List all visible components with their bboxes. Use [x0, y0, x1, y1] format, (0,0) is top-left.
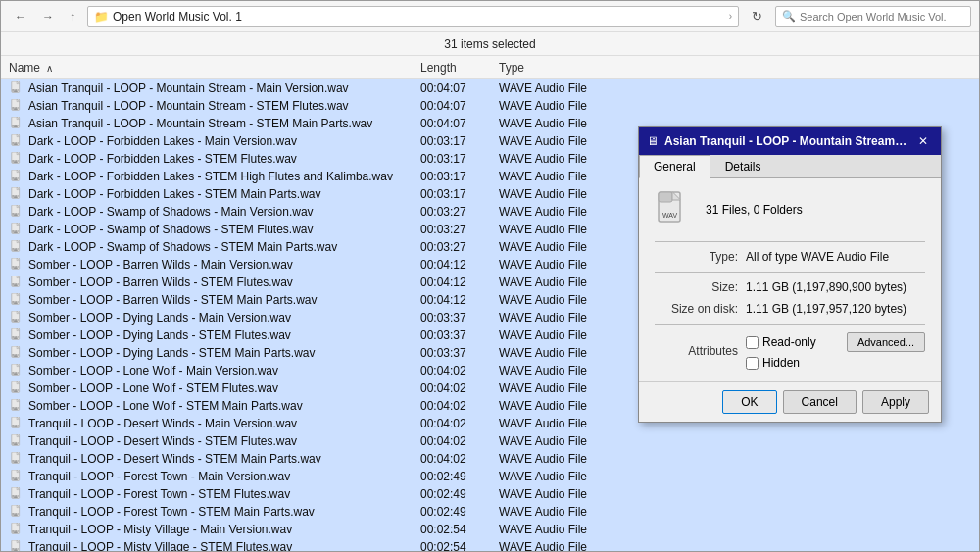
- refresh-button[interactable]: ↻: [745, 6, 769, 26]
- svg-text:WAV: WAV: [12, 283, 20, 287]
- table-row[interactable]: WAVTranquil - LOOP - Desert Winds - STEM…: [1, 450, 979, 468]
- dialog-size-on-disk-value: 1.11 GB (1,197,957,120 bytes): [746, 302, 925, 316]
- file-length: 00:04:02: [420, 452, 499, 466]
- file-icon: WAV: [9, 345, 24, 361]
- address-chevron: ›: [729, 11, 732, 22]
- dialog-body: WAV 31 Files, 0 Folders Type: All of typ…: [639, 178, 941, 381]
- column-type-header[interactable]: Type: [499, 61, 971, 75]
- title-bar: ← → ↑ 📁 Open World Music Vol. 1 › ↻ 🔍: [1, 1, 979, 32]
- dialog-title-text: Asian Tranquil - LOOP - Mountain Stream …: [664, 134, 907, 148]
- hidden-checkbox[interactable]: [746, 357, 759, 370]
- table-row[interactable]: WAVTranquil - LOOP - Misty Village - STE…: [1, 538, 979, 551]
- tab-general[interactable]: General: [639, 155, 710, 178]
- file-length: 00:02:54: [420, 540, 499, 551]
- file-name: Somber - LOOP - Lone Wolf - STEM Flutes.…: [28, 381, 420, 395]
- file-name: Somber - LOOP - Dying Lands - STEM Main …: [28, 346, 420, 360]
- file-name: Somber - LOOP - Barren Wilds - Main Vers…: [28, 258, 420, 272]
- dialog-close-button[interactable]: ✕: [913, 132, 933, 150]
- file-length: 00:03:27: [420, 205, 499, 219]
- file-length: 00:03:17: [420, 187, 499, 201]
- cancel-button[interactable]: Cancel: [783, 390, 857, 414]
- svg-text:WAV: WAV: [12, 495, 20, 499]
- folder-icon: 📁: [94, 10, 109, 24]
- file-length: 00:02:49: [420, 470, 499, 483]
- file-list[interactable]: WAVAsian Tranquil - LOOP - Mountain Stre…: [1, 79, 979, 551]
- file-length: 00:03:17: [420, 134, 499, 148]
- file-length: 00:04:12: [420, 276, 499, 289]
- file-name: Tranquil - LOOP - Misty Village - STEM F…: [28, 540, 420, 551]
- dialog-size-value: 1.11 GB (1,197,890,900 bytes): [746, 280, 925, 294]
- dialog-attributes-label: Attributes: [655, 344, 738, 358]
- readonly-checkbox[interactable]: [746, 336, 759, 349]
- svg-text:WAV: WAV: [12, 195, 20, 199]
- table-row[interactable]: WAVAsian Tranquil - LOOP - Mountain Stre…: [1, 79, 979, 97]
- svg-text:WAV: WAV: [12, 407, 20, 411]
- svg-text:WAV: WAV: [12, 319, 20, 323]
- file-icon: WAV: [9, 133, 24, 149]
- svg-text:WAV: WAV: [662, 212, 677, 219]
- file-type: WAVE Audio File: [499, 81, 971, 95]
- file-name: Asian Tranquil - LOOP - Mountain Stream …: [28, 99, 420, 113]
- dialog-icon-row: WAV 31 Files, 0 Folders: [655, 190, 925, 229]
- file-type: WAVE Audio File: [499, 540, 971, 551]
- file-icon: WAV: [9, 292, 24, 308]
- svg-text:WAV: WAV: [12, 530, 20, 534]
- search-input[interactable]: [800, 11, 947, 23]
- file-name: Dark - LOOP - Forbidden Lakes - STEM Flu…: [28, 152, 420, 166]
- svg-text:WAV: WAV: [12, 372, 20, 376]
- table-row[interactable]: WAVTranquil - LOOP - Desert Winds - STEM…: [1, 432, 979, 450]
- file-type: WAVE Audio File: [499, 470, 971, 483]
- apply-button[interactable]: Apply: [862, 390, 929, 414]
- back-button[interactable]: ←: [9, 7, 32, 26]
- file-type: WAVE Audio File: [499, 434, 971, 448]
- svg-text:WAV: WAV: [12, 177, 20, 181]
- dialog-type-row: Type: All of type WAVE Audio File: [655, 250, 925, 264]
- table-row[interactable]: WAVAsian Tranquil - LOOP - Mountain Stre…: [1, 97, 979, 115]
- table-row[interactable]: WAVTranquil - LOOP - Forest Town - STEM …: [1, 503, 979, 521]
- file-name: Tranquil - LOOP - Forest Town - STEM Flu…: [28, 487, 420, 501]
- svg-text:WAV: WAV: [12, 213, 20, 217]
- file-length: 00:02:49: [420, 487, 499, 501]
- sort-arrow: ∧: [46, 63, 53, 74]
- file-icon: WAV: [9, 151, 24, 167]
- file-type: WAVE Audio File: [499, 99, 971, 113]
- properties-dialog: 🖥 Asian Tranquil - LOOP - Mountain Strea…: [638, 126, 942, 423]
- file-icon: WAV: [9, 222, 24, 237]
- advanced-button[interactable]: Advanced...: [847, 332, 925, 352]
- svg-text:WAV: WAV: [12, 513, 20, 517]
- file-length: 00:03:27: [420, 223, 499, 236]
- file-icon: WAV: [9, 539, 24, 551]
- table-row[interactable]: WAVTranquil - LOOP - Forest Town - Main …: [1, 468, 979, 485]
- svg-text:WAV: WAV: [12, 442, 20, 446]
- file-length: 00:04:02: [420, 381, 499, 395]
- file-type: WAVE Audio File: [499, 452, 971, 466]
- file-icon: WAV: [9, 522, 24, 537]
- tab-details[interactable]: Details: [710, 155, 776, 177]
- column-headers: Name ∧ Length Type: [1, 56, 979, 79]
- file-length: 00:04:02: [420, 399, 499, 413]
- dialog-title-bar: 🖥 Asian Tranquil - LOOP - Mountain Strea…: [639, 127, 941, 155]
- file-icon: WAV: [9, 416, 24, 431]
- file-length: 00:03:37: [420, 311, 499, 325]
- file-name: Dark - LOOP - Swamp of Shadows - STEM Fl…: [28, 223, 420, 236]
- search-bar[interactable]: 🔍: [775, 6, 971, 27]
- forward-button[interactable]: →: [36, 7, 60, 26]
- file-length: 00:02:54: [420, 523, 499, 536]
- file-name: Tranquil - LOOP - Forest Town - Main Ver…: [28, 470, 420, 483]
- file-icon: WAV: [9, 327, 24, 343]
- up-button[interactable]: ↑: [64, 7, 81, 26]
- svg-rect-63: [659, 192, 672, 202]
- file-name: Dark - LOOP - Swamp of Shadows - STEM Ma…: [28, 240, 420, 254]
- file-name: Somber - LOOP - Lone Wolf - STEM Main Pa…: [28, 399, 420, 413]
- file-length: 00:03:17: [420, 170, 499, 183]
- file-type: WAVE Audio File: [499, 523, 971, 536]
- table-row[interactable]: WAVTranquil - LOOP - Misty Village - Mai…: [1, 521, 979, 538]
- file-length: 00:03:37: [420, 346, 499, 360]
- file-icon: WAV: [9, 504, 24, 520]
- ok-button[interactable]: OK: [722, 390, 776, 414]
- address-bar[interactable]: 📁 Open World Music Vol. 1 ›: [87, 6, 739, 27]
- table-row[interactable]: WAVTranquil - LOOP - Forest Town - STEM …: [1, 485, 979, 503]
- file-name: Asian Tranquil - LOOP - Mountain Stream …: [28, 81, 420, 95]
- column-name-header[interactable]: Name ∧: [9, 61, 420, 75]
- column-length-header[interactable]: Length: [420, 61, 499, 75]
